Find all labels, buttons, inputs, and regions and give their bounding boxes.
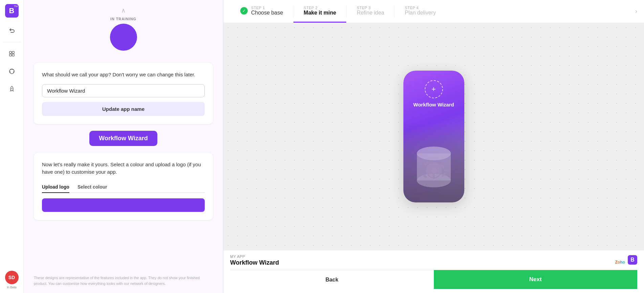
stepper-next-arrow[interactable]: › <box>635 0 637 23</box>
app-logo[interactable]: B TM <box>5 4 19 18</box>
bottom-branding: Zoho B <box>615 255 637 265</box>
rocket-button[interactable] <box>4 81 19 96</box>
step-2[interactable]: STEP 2 Make it mine <box>293 0 346 23</box>
bottom-meta-row: MY APP Workflow Wizard Zoho B <box>230 254 637 266</box>
app-name-input[interactable] <box>42 84 205 97</box>
grid-button[interactable] <box>4 46 19 61</box>
step-2-num: STEP 2 <box>304 6 336 10</box>
app-name-badge: Workflow Wizard <box>89 131 157 146</box>
user-avatar[interactable]: SD <box>5 271 19 284</box>
step-3-meta: STEP 3 Refine idea <box>357 6 384 16</box>
sidebar: B TM SD <box>0 0 24 293</box>
right-panel: ✓ STEP 1 Choose base STEP 2 Make it mine… <box>223 0 644 293</box>
step-2-title: Make it mine <box>304 10 336 16</box>
bottom-bar: MY APP Workflow Wizard Zoho B Back Next <box>223 250 644 293</box>
svg-rect-3 <box>12 54 14 56</box>
headset-icon <box>8 68 15 75</box>
grid-icon <box>8 50 15 57</box>
phone-app-name: Workflow Wizard <box>413 102 454 107</box>
step-1-num: STEP 1 <box>251 6 283 10</box>
stepper: ✓ STEP 1 Choose base STEP 2 Make it mine… <box>223 0 644 23</box>
back-button[interactable]: Back <box>230 270 434 289</box>
b-logo-small: B <box>628 255 637 265</box>
avatar-initials: SD <box>8 275 15 280</box>
name-section-card: What should we call your app? Don't worr… <box>34 63 213 124</box>
rocket-icon <box>8 86 15 92</box>
svg-rect-6 <box>13 71 14 73</box>
avatar-area: ∧ IN TRAINING <box>34 7 213 56</box>
avatar-circle <box>110 24 137 51</box>
disclaimer-text: These designs are representative of the … <box>24 275 223 293</box>
action-row: Back Next <box>230 270 637 289</box>
svg-rect-5 <box>9 71 10 73</box>
tab-select-colour[interactable]: Select colour <box>77 181 107 193</box>
left-panel: ∧ IN TRAINING What should we call your a… <box>24 0 223 293</box>
step-2-meta: STEP 2 Make it mine <box>304 6 336 16</box>
phone-mockup: + Workflow Wizard <box>403 71 464 202</box>
in-beta-label: In Beta <box>7 286 17 289</box>
chevron-up-icon: ∧ <box>121 7 126 14</box>
step-1-check: ✓ <box>240 7 248 15</box>
step-3-num: STEP 3 <box>357 6 384 10</box>
in-training-badge: IN TRAINING <box>110 17 136 21</box>
support-button[interactable] <box>4 64 19 79</box>
tab-upload-logo[interactable]: Upload logo <box>42 181 69 193</box>
step-3-title: Refine idea <box>357 10 384 16</box>
svg-rect-13 <box>433 162 435 167</box>
step-4[interactable]: STEP 4 Plan delivery <box>395 0 446 23</box>
my-app-name-display: Workflow Wizard <box>230 259 279 266</box>
left-panel-scroll: ∧ IN TRAINING What should we call your a… <box>24 0 223 275</box>
svg-rect-1 <box>12 51 14 53</box>
customise-tabs: Upload logo Select colour <box>42 181 205 193</box>
upload-area[interactable] <box>42 198 205 212</box>
step-1[interactable]: ✓ STEP 1 Choose base <box>230 0 293 23</box>
svg-point-7 <box>11 88 12 89</box>
gear-svg <box>414 143 454 194</box>
step-4-meta: STEP 4 Plan delivery <box>405 6 436 16</box>
svg-rect-0 <box>9 51 12 53</box>
svg-rect-16 <box>425 169 430 171</box>
customise-card: Now let's really make it yours. Select a… <box>34 153 213 220</box>
customise-description: Now let's really make it yours. Select a… <box>42 161 205 176</box>
trademark: TM <box>14 5 18 8</box>
step-4-title: Plan delivery <box>405 10 436 16</box>
step-4-num: STEP 4 <box>405 6 436 10</box>
name-section-description: What should we call your app? Don't worr… <box>42 71 205 79</box>
step-1-meta: STEP 1 Choose base <box>251 6 283 16</box>
preview-area: + Workflow Wizard <box>223 23 644 250</box>
my-app-label: MY APP <box>230 254 279 259</box>
step-1-title: Choose base <box>251 10 283 16</box>
svg-point-12 <box>430 167 437 174</box>
phone-screen: + Workflow Wizard <box>403 71 464 202</box>
zoho-logo: Zoho <box>615 260 625 265</box>
svg-rect-14 <box>433 174 435 179</box>
step-3[interactable]: STEP 3 Refine idea <box>347 0 394 23</box>
phone-gear-decoration <box>412 142 456 196</box>
next-button[interactable]: Next <box>434 270 638 289</box>
svg-rect-2 <box>9 54 12 56</box>
undo-button[interactable] <box>4 23 19 38</box>
divider-1 <box>2 42 21 42</box>
app-info: MY APP Workflow Wizard <box>230 254 279 266</box>
phone-logo-placeholder[interactable]: + <box>425 80 443 98</box>
svg-rect-15 <box>444 169 449 171</box>
update-app-name-button[interactable]: Update app name <box>42 102 205 116</box>
undo-icon <box>8 27 15 34</box>
